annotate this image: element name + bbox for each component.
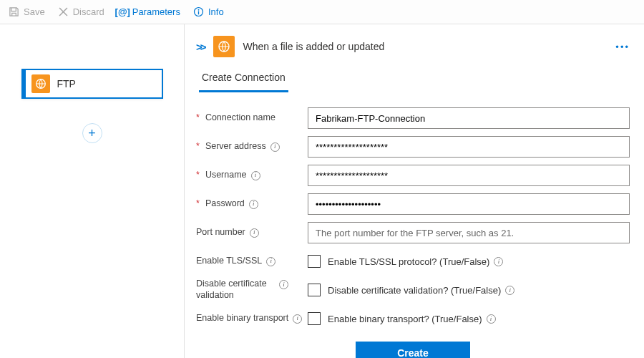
label-connection-name: Connection name — [205, 112, 275, 124]
info-icon[interactable]: i — [494, 257, 503, 266]
label-enable-tls: Enable TLS/SSL — [196, 256, 262, 267]
toolbar: Save Discard [@] Parameters Info — [0, 0, 644, 24]
detail-title: When a file is added or updated — [243, 41, 385, 52]
checkbox-label-binary: Enable binary transport? (True/False) — [328, 314, 482, 324]
main-area: FTP + >> When a file is added or updated… — [0, 24, 644, 358]
sidebar-card-ftp[interactable]: FTP — [21, 69, 163, 99]
label-username: Username — [205, 170, 247, 181]
info-icon — [193, 6, 204, 17]
checkbox-label-tls: Enable TLS/SSL protocol? (True/False) — [328, 256, 489, 267]
collapse-icon[interactable]: >> — [196, 41, 205, 53]
save-button[interactable]: Save — [9, 6, 45, 17]
label-server-address: Server address — [205, 141, 266, 153]
more-menu-icon[interactable]: ••• — [615, 42, 630, 52]
parameters-button[interactable]: [@] Parameters — [117, 6, 180, 17]
save-icon — [9, 6, 19, 17]
svg-point-1 — [197, 9, 199, 11]
save-label: Save — [24, 6, 45, 17]
label-port-number: Port number — [196, 227, 245, 238]
info-icon[interactable]: i — [505, 286, 514, 295]
create-button[interactable]: Create — [356, 342, 470, 358]
info-icon[interactable]: i — [251, 171, 260, 180]
disable-cert-checkbox[interactable] — [308, 284, 321, 296]
svg-rect-2 — [198, 11, 199, 15]
info-button[interactable]: Info — [193, 6, 224, 17]
info-icon[interactable]: i — [487, 314, 496, 324]
server-address-input[interactable] — [308, 136, 630, 158]
connection-form: *Connection name *Server addressi *Usern… — [196, 105, 630, 358]
enable-binary-checkbox[interactable] — [308, 312, 321, 325]
label-password: Password — [205, 198, 245, 210]
detail-pane: >> When a file is added or updated ••• C… — [185, 24, 644, 358]
parameters-icon: [@] — [117, 6, 128, 17]
info-icon[interactable]: i — [250, 228, 259, 238]
label-disable-cert: Disable certificate validation — [196, 279, 275, 301]
enable-tls-checkbox[interactable] — [308, 255, 321, 268]
info-icon[interactable]: i — [279, 280, 288, 289]
detail-header: >> When a file is added or updated ••• — [196, 36, 630, 57]
info-icon[interactable]: i — [270, 142, 280, 152]
discard-label: Discard — [73, 6, 104, 17]
port-number-input[interactable] — [308, 222, 630, 243]
info-icon[interactable]: i — [293, 314, 302, 324]
sidebar: FTP + — [0, 24, 185, 358]
ftp-icon — [31, 74, 50, 93]
info-icon[interactable]: i — [249, 200, 258, 209]
username-input[interactable] — [308, 165, 630, 186]
parameters-label: Parameters — [132, 6, 180, 17]
connection-name-input[interactable] — [308, 107, 630, 129]
plus-icon: + — [88, 126, 96, 141]
discard-button[interactable]: Discard — [58, 6, 104, 17]
tab-label: Create Connection — [202, 72, 286, 83]
close-icon — [58, 6, 69, 17]
password-input[interactable] — [308, 193, 630, 215]
tab-create-connection[interactable]: Create Connection — [199, 67, 288, 92]
label-enable-binary: Enable binary transport — [196, 313, 288, 324]
info-icon[interactable]: i — [266, 257, 275, 266]
info-label: Info — [208, 6, 224, 17]
checkbox-label-cert: Disable certificate validation? (True/Fa… — [328, 285, 501, 296]
ftp-icon — [213, 36, 235, 57]
add-step-button[interactable]: + — [82, 123, 102, 143]
sidebar-card-label: FTP — [57, 78, 76, 90]
